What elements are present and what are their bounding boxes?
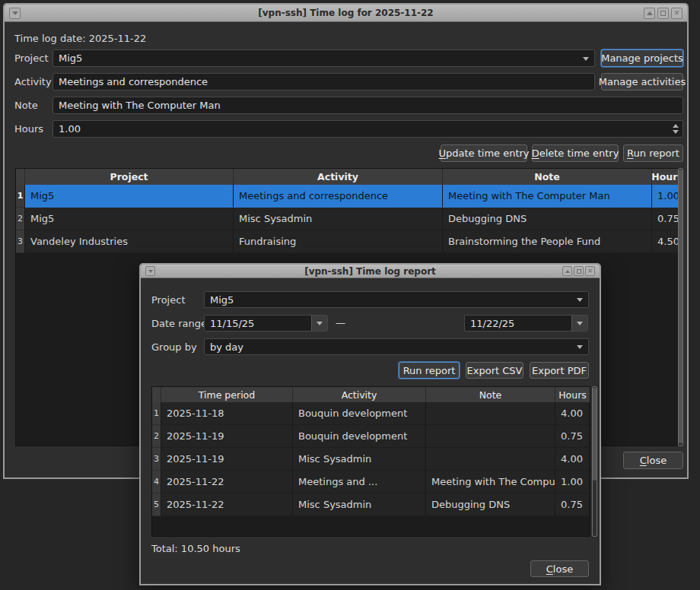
- report-project-combobox[interactable]: Mig5: [204, 291, 589, 308]
- project-combobox[interactable]: Mig5: [52, 49, 595, 67]
- timelog-window-title: [vpn-ssh] Time log for 2025-11-22: [5, 8, 687, 18]
- group-by-value: by day: [210, 341, 243, 353]
- delete-time-entry-button[interactable]: Delete time entry: [532, 144, 619, 162]
- timelog-titlebar[interactable]: [vpn-ssh] Time log for 2025-11-22 ✕: [5, 5, 687, 22]
- report-table-scrollbar[interactable]: [592, 386, 597, 537]
- cell-note: Meeting with The Computer Man: [443, 185, 652, 208]
- cell-project: Mig5: [25, 185, 234, 208]
- date-range-label: Date range: [151, 315, 207, 332]
- header-hours[interactable]: Hours: [555, 387, 590, 402]
- chevron-down-icon: [317, 322, 323, 325]
- table-row[interactable]: 4 2025-11-22 Meetings and ... Meeting wi…: [152, 471, 590, 493]
- table-row[interactable]: 2 2025-11-19 Bouquin development 0.75: [152, 425, 590, 448]
- note-input[interactable]: Meeting with The Computer Man: [52, 97, 683, 114]
- report-titlebar[interactable]: [vpn-ssh] Time log report ✕: [141, 265, 600, 278]
- cell-hours: 4.00: [555, 448, 590, 471]
- cell-note: Debugging DNS: [443, 208, 652, 230]
- table-row[interactable]: 5 2025-11-22 Misc Sysadmin Debugging DNS…: [152, 493, 590, 516]
- chevron-down-icon: [583, 57, 589, 61]
- header-activity[interactable]: Activity: [293, 387, 426, 402]
- shade-icon: [647, 11, 653, 15]
- cell-note: [426, 448, 555, 471]
- cell-time-period: 2025-11-22: [161, 471, 293, 493]
- date-from-dropdown-button[interactable]: [311, 316, 327, 331]
- export-csv-button[interactable]: Export CSV: [466, 362, 523, 379]
- chevron-down-icon: [577, 322, 583, 325]
- activity-input[interactable]: Meetings and correspondence: [52, 73, 595, 90]
- hours-spinbox[interactable]: 1.00: [52, 120, 683, 138]
- table-row[interactable]: 2 Mig5 Misc Sysadmin Debugging DNS 0.75: [16, 208, 682, 230]
- table-row[interactable]: 1 Mig5 Meetings and correspondence Meeti…: [16, 185, 682, 208]
- report-dialog: [vpn-ssh] Time log report ✕ Project Mig5…: [139, 263, 601, 585]
- cell-activity: Misc Sysadmin: [293, 448, 426, 471]
- cell-note: Debugging DNS: [426, 493, 555, 516]
- window-menu-button[interactable]: [9, 8, 21, 19]
- report-close-button[interactable]: Close: [530, 560, 589, 577]
- header-rownum: [152, 387, 161, 402]
- close-icon: ✕: [587, 268, 593, 274]
- cell-activity: Fundraising: [234, 230, 443, 253]
- table-row[interactable]: 3 2025-11-19 Misc Sysadmin 4.00: [152, 448, 590, 471]
- maximize-icon: [577, 269, 581, 274]
- shade-button[interactable]: [562, 266, 572, 276]
- timelog-date-label: Time log date: 2025-11-22: [14, 33, 146, 44]
- close-icon: ✕: [674, 10, 680, 17]
- header-time-period[interactable]: Time period: [161, 387, 293, 402]
- cell-activity: Meetings and correspondence: [234, 185, 443, 208]
- activity-value: Meetings and correspondence: [59, 76, 208, 87]
- date-to-value: 11/22/25: [470, 318, 514, 329]
- close-window-button[interactable]: ✕: [671, 8, 682, 19]
- scrollbar-thumb[interactable]: [593, 388, 597, 481]
- table-row[interactable]: 3 Vandeley Industries Fundraising Brains…: [16, 230, 682, 253]
- cell-activity: Bouquin development: [293, 402, 426, 425]
- run-report-button[interactable]: Run report: [623, 144, 683, 162]
- header-note[interactable]: Note: [426, 387, 555, 402]
- table-row[interactable]: 1 2025-11-18 Bouquin development 4.00: [152, 402, 590, 425]
- cell-time-period: 2025-11-19: [161, 448, 293, 471]
- table-scrollbar[interactable]: [678, 168, 683, 446]
- window-menu-icon: [12, 11, 18, 15]
- cell-hours: 0.75: [555, 493, 590, 516]
- report-project-value: Mig5: [210, 294, 234, 306]
- cell-time-period: 2025-11-22: [161, 493, 293, 516]
- cell-time-period: 2025-11-19: [161, 425, 293, 448]
- chevron-down-icon: [577, 298, 583, 302]
- header-rownum: [16, 169, 25, 185]
- date-to-picker[interactable]: 11/22/25: [464, 315, 588, 331]
- manage-activities-button[interactable]: Manage activities: [601, 73, 683, 90]
- update-time-entry-button[interactable]: Update time entry: [441, 144, 527, 162]
- spin-down-icon: [673, 130, 679, 134]
- spinner-arrows[interactable]: [673, 121, 679, 137]
- cell-note: [426, 425, 555, 448]
- header-activity[interactable]: Activity: [234, 169, 443, 185]
- cell-activity: Bouquin development: [293, 425, 426, 448]
- date-to-dropdown-button[interactable]: [571, 316, 587, 331]
- cell-note: Brainstorming the People Fund: [443, 230, 652, 253]
- header-project[interactable]: Project: [25, 169, 234, 185]
- date-from-picker[interactable]: 11/15/25: [204, 315, 328, 331]
- maximize-button[interactable]: [657, 8, 669, 19]
- window-menu-button[interactable]: [145, 266, 155, 276]
- close-button[interactable]: Close: [623, 452, 683, 469]
- manage-projects-button[interactable]: Manage projects: [601, 49, 683, 67]
- note-value: Meeting with The Computer Man: [59, 100, 221, 111]
- shade-button[interactable]: [644, 8, 655, 19]
- cell-hours: 4.00: [555, 402, 590, 425]
- note-label: Note: [14, 97, 38, 114]
- export-pdf-button[interactable]: Export PDF: [530, 362, 589, 379]
- maximize-button[interactable]: [574, 266, 584, 276]
- close-window-button[interactable]: ✕: [585, 266, 595, 276]
- scrollbar-thumb[interactable]: [679, 170, 682, 443]
- header-note[interactable]: Note: [443, 169, 652, 185]
- group-by-combobox[interactable]: by day: [204, 338, 589, 355]
- cell-activity: Misc Sysadmin: [234, 208, 443, 230]
- date-range-separator: —: [336, 315, 345, 331]
- cell-activity: Misc Sysadmin: [293, 493, 426, 516]
- hours-value: 1.00: [59, 123, 81, 135]
- group-by-label: Group by: [151, 338, 197, 356]
- shade-icon: [565, 270, 570, 273]
- date-from-value: 11/15/25: [210, 318, 254, 329]
- cell-hours: 0.75: [555, 425, 590, 448]
- report-run-report-button[interactable]: Run report: [399, 362, 460, 379]
- cell-project: Mig5: [25, 208, 234, 230]
